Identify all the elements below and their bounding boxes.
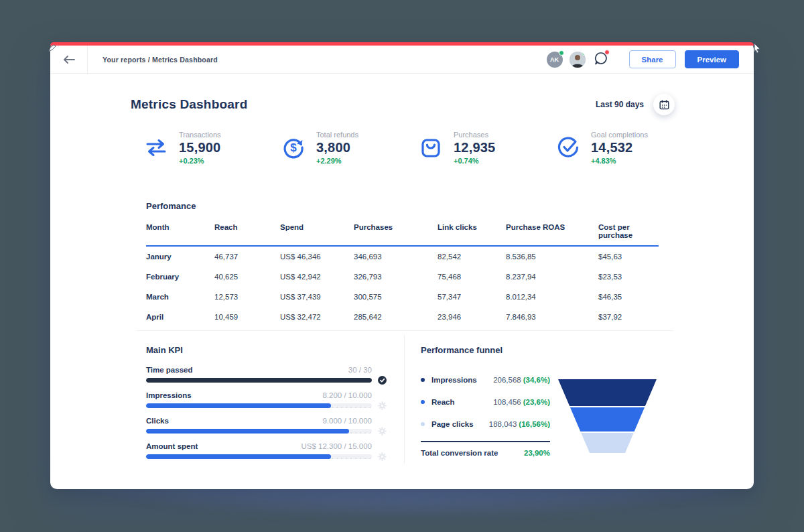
kpi-delta: +0.23% <box>179 157 221 165</box>
table-row: March 12,573 US$ 37,439 300,575 57,347 8… <box>146 287 659 307</box>
kpi-row: Transactions 15,900 +0.23% $ Total refun… <box>144 131 693 165</box>
main-kpi-section-title: Main KPI <box>146 345 183 355</box>
svg-text:$: $ <box>290 141 297 154</box>
column-header[interactable]: Cost per purchase <box>598 223 659 239</box>
cell-reach: 10,459 <box>214 313 280 321</box>
toolbar-actions: AK Share Preview <box>540 50 754 68</box>
breadcrumb: Your reports / Metrics Dashboard <box>103 56 218 64</box>
date-range-label: Last 90 days <box>596 100 644 109</box>
progress-label: Clicks <box>146 417 169 425</box>
legend-value: 188,043 <box>489 420 517 428</box>
total-conversion-label: Total conversion rate <box>421 449 498 457</box>
progress-fill <box>146 429 349 434</box>
notification-dot <box>604 50 610 55</box>
legend-dot <box>421 378 425 382</box>
cell-reach: 40,625 <box>214 273 280 281</box>
progress-value: 8.200 / 10.000 <box>322 391 372 399</box>
share-button[interactable]: Share <box>629 50 676 68</box>
column-header[interactable]: Link clicks <box>438 223 506 239</box>
calendar-icon <box>659 100 669 110</box>
back-button[interactable] <box>50 46 87 73</box>
kpi-progress-time-passed: Time passed 30 / 30 <box>146 366 372 383</box>
progress-fill <box>146 454 331 459</box>
legend-label: Impressions <box>431 376 477 384</box>
cell-month: March <box>146 293 214 301</box>
cell-roas: 8.237,94 <box>506 273 598 281</box>
progress-value: 30 / 30 <box>348 366 372 374</box>
cell-roas: 7.846,93 <box>506 313 598 321</box>
user-avatar-initials[interactable]: AK <box>547 52 563 68</box>
funnel-segment-impressions[interactable] <box>558 379 657 406</box>
page-header: Metrics Dashboard Last 90 days <box>131 92 675 117</box>
kpi-label: Transactions <box>179 131 221 139</box>
cell-roas: 8.536,85 <box>506 253 598 261</box>
column-header[interactable]: Reach <box>214 223 280 239</box>
performance-section-title: Perfomance <box>146 201 196 211</box>
cell-month: February <box>146 273 214 281</box>
check-circle-icon <box>556 135 580 159</box>
legend-dot <box>421 400 425 404</box>
kpi-goal-completions: Goal completions 14,532 +4.83% <box>556 131 693 165</box>
page-title: Metrics Dashboard <box>131 97 247 112</box>
legend-label: Page clicks <box>431 420 474 428</box>
progress-track <box>146 403 372 408</box>
cell-spend: US$ 32,472 <box>280 313 354 321</box>
progress-fill <box>146 378 372 383</box>
pending-gear-icon <box>378 427 387 436</box>
panel-divider <box>404 335 405 464</box>
user-avatar-photo[interactable] <box>570 52 586 68</box>
kpi-progress-impressions: Impressions 8.200 / 10.000 <box>146 391 372 408</box>
column-header[interactable]: Purchases <box>354 223 438 239</box>
kpi-label: Purchases <box>454 131 495 139</box>
column-header[interactable]: Purchase ROAS <box>506 223 598 239</box>
comments-button[interactable] <box>594 51 608 68</box>
main-kpi-list: Time passed 30 / 30 Impressions 8.200 / … <box>146 366 372 468</box>
kpi-delta: +2.29% <box>316 157 358 165</box>
date-picker-button[interactable] <box>653 94 675 115</box>
column-header[interactable]: Month <box>146 223 214 239</box>
progress-label: Amount spent <box>146 442 198 450</box>
table-row: Janury 46,737 US$ 46,346 346,693 82,542 … <box>146 247 659 267</box>
toolbar: Your reports / Metrics Dashboard AK Shar… <box>50 46 754 74</box>
preview-button[interactable]: Preview <box>685 50 739 68</box>
online-status-dot <box>582 52 586 56</box>
kpi-progress-amount-spent: Amount spent US$ 12.300 / 15.000 <box>146 442 372 459</box>
performance-table: Month Reach Spend Purchases Link clicks … <box>146 223 659 327</box>
cell-cost: $45,63 <box>598 253 659 261</box>
kpi-transactions: Transactions 15,900 +0.23% <box>144 131 281 165</box>
funnel-legend: Impressions 206,568 (34,6%) Reach 108,45… <box>421 374 550 440</box>
kpi-value: 12,935 <box>454 140 495 155</box>
kpi-value: 15,900 <box>179 140 221 155</box>
cell-month: Janury <box>146 253 214 261</box>
progress-track <box>146 454 372 459</box>
pointer-cursor-icon <box>752 43 762 54</box>
legend-percent: (16,56%) <box>519 420 550 428</box>
kpi-purchases: Purchases 12,935 +0.74% <box>419 131 556 165</box>
kpi-total-refunds: $ Total refunds 3,800 +2.29% <box>281 131 419 165</box>
date-range: Last 90 days <box>596 94 675 115</box>
column-header[interactable]: Spend <box>280 223 354 239</box>
cell-month: April <box>146 313 214 321</box>
section-separator <box>136 330 673 331</box>
total-conversion-value: 23,90% <box>524 449 550 457</box>
legend-percent: (23,6%) <box>523 398 550 406</box>
pending-gear-icon <box>378 452 387 461</box>
progress-track <box>146 378 372 383</box>
progress-label: Impressions <box>146 391 192 399</box>
table-header-row: Month Reach Spend Purchases Link clicks … <box>146 223 659 247</box>
online-status-dot <box>559 50 564 56</box>
table-row: February 40,625 US$ 42,942 326,793 75,46… <box>146 267 659 287</box>
pending-gear-icon <box>378 401 387 410</box>
legend-item-page-clicks: Page clicks 188,043 (16,56%) <box>421 418 550 429</box>
cell-link-clicks: 82,542 <box>438 253 506 261</box>
cell-reach: 46,737 <box>214 253 280 261</box>
shopping-bag-icon <box>419 135 443 159</box>
legend-value: 108,456 <box>493 398 521 406</box>
arrow-left-icon <box>63 56 75 64</box>
funnel-segment-page-clicks[interactable] <box>558 433 657 453</box>
funnel-segment-reach[interactable] <box>558 407 657 431</box>
kpi-value: 14,532 <box>591 140 648 155</box>
cell-cost: $46,35 <box>598 293 659 301</box>
kpi-delta: +4.83% <box>591 157 648 165</box>
progress-track <box>146 429 372 434</box>
